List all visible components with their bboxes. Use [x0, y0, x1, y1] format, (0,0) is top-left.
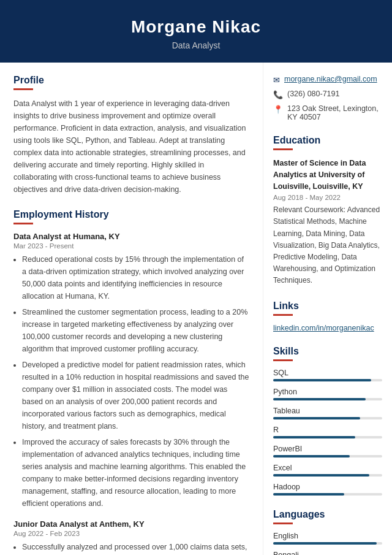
bullet-item: Improved the accuracy of sales forecasts… [22, 436, 249, 510]
edu-dates: Aug 2018 - May 2022 [273, 194, 382, 201]
employment-divider [13, 223, 33, 224]
edu-degree: Master of Science in Data Analytics at U… [273, 158, 382, 192]
skill-name: PowerBI [273, 445, 382, 453]
skill-bar-bg [273, 417, 382, 419]
languages-divider [273, 522, 293, 524]
skill-bar-fill [273, 493, 344, 496]
skill-bar-fill [273, 398, 366, 400]
skill-bar-fill [273, 417, 360, 419]
left-column: Profile Data Analyst with 1 year of expe… [0, 63, 263, 555]
language-bar-fill [273, 542, 377, 545]
skill-item: SQL [273, 369, 382, 381]
skill-name: SQL [273, 369, 382, 377]
skills-container: SQLPythonTableauRPowerBIExcelHadoop [273, 369, 382, 496]
skill-bar-fill [273, 474, 369, 477]
contact-section: ✉ morgane.nikac@gmail.com 📞 (326) 080-71… [273, 75, 382, 121]
edu-coursework: Relevant Coursework: Advanced Statistica… [273, 204, 382, 286]
profile-text: Data Analyst with 1 year of experience i… [13, 98, 249, 196]
skill-name: R [273, 426, 382, 434]
job-title: Junior Data Analyst at Anthem, KY [13, 519, 249, 529]
job-dates: Aug 2022 - Feb 2023 [13, 530, 249, 537]
skill-bar-fill [273, 436, 355, 438]
education-title: Education [273, 135, 382, 146]
skill-bar-fill [273, 455, 350, 457]
languages-section: Languages EnglishBengali [273, 509, 382, 555]
address-value: 123 Oak Street, Lexington, KY 40507 [287, 104, 382, 121]
job-dates: Mar 2023 - Present [13, 242, 249, 250]
bullet-item: Developed a predictive model for patient… [22, 359, 249, 432]
skill-bar-bg [273, 493, 382, 496]
skill-item: R [273, 426, 382, 438]
profile-title: Profile [13, 75, 249, 86]
job-title: Data Analyst at Humana, KY [13, 232, 249, 241]
skill-item: Excel [273, 464, 382, 477]
email-icon: ✉ [273, 75, 280, 85]
linkedin-link[interactable]: linkedin.com/in/morganenikac [273, 324, 374, 332]
job-bullets: Reduced operational costs by 15% through… [13, 253, 249, 510]
links-section: Links linkedin.com/in/morganenikac [273, 300, 382, 332]
language-item: English [273, 532, 382, 545]
links-title: Links [273, 300, 382, 312]
skill-bar-bg [273, 398, 382, 400]
bullet-item: Successfully analyzed and processed over… [22, 541, 249, 555]
skill-name: Hadoop [273, 483, 382, 491]
skill-item: Hadoop [273, 483, 382, 496]
skill-bar-bg [273, 379, 382, 381]
bullet-item: Streamlined the customer segmentation pr… [22, 306, 249, 355]
skill-item: Tableau [273, 407, 382, 419]
contact-phone-item: 📞 (326) 080-7191 [273, 90, 382, 99]
skill-bar-bg [273, 436, 382, 438]
skill-bar-bg [273, 474, 382, 477]
skill-bar-bg [273, 455, 382, 457]
employment-title: Employment History [13, 209, 249, 220]
languages-container: EnglishBengali [273, 532, 382, 555]
skill-item: Python [273, 388, 382, 400]
candidate-name: Morgane Nikac [12, 17, 380, 37]
resume-header: Morgane Nikac Data Analyst [0, 0, 392, 63]
skill-name: Tableau [273, 407, 382, 415]
language-bar-bg [273, 542, 382, 545]
skills-section: Skills SQLPythonTableauRPowerBIExcelHado… [273, 346, 382, 496]
bullet-item: Reduced operational costs by 15% through… [22, 253, 249, 302]
language-name: Bengali [273, 551, 382, 555]
job-item: Data Analyst at Humana, KYMar 2023 - Pre… [13, 232, 249, 510]
skill-item: PowerBI [273, 445, 382, 457]
links-divider [273, 314, 293, 316]
candidate-title: Data Analyst [12, 40, 380, 50]
job-item: Junior Data Analyst at Anthem, KYAug 202… [13, 519, 249, 555]
language-name: English [273, 532, 382, 540]
phone-value: (326) 080-7191 [287, 90, 339, 98]
right-column: ✉ morgane.nikac@gmail.com 📞 (326) 080-71… [263, 63, 392, 555]
profile-divider [13, 88, 33, 90]
coursework-label: Relevant Coursework: [273, 205, 345, 214]
skill-name: Excel [273, 464, 382, 472]
main-layout: Profile Data Analyst with 1 year of expe… [0, 63, 392, 555]
languages-title: Languages [273, 509, 382, 520]
contact-email-item: ✉ morgane.nikac@gmail.com [273, 75, 382, 85]
skills-divider [273, 359, 293, 361]
coursework-text: Advanced Statistical Methods, Machine Le… [273, 205, 380, 285]
skill-bar-fill [273, 379, 371, 381]
phone-icon: 📞 [273, 90, 283, 99]
location-icon: 📍 [273, 105, 283, 114]
language-item: Bengali [273, 551, 382, 555]
email-value[interactable]: morgane.nikac@gmail.com [284, 75, 377, 83]
education-section: Education Master of Science in Data Anal… [273, 135, 382, 287]
contact-address-item: 📍 123 Oak Street, Lexington, KY 40507 [273, 104, 382, 121]
profile-section: Profile Data Analyst with 1 year of expe… [13, 75, 249, 196]
education-divider [273, 148, 293, 150]
skill-name: Python [273, 388, 382, 396]
job-bullets: Successfully analyzed and processed over… [13, 541, 249, 555]
employment-section: Employment History Data Analyst at Human… [13, 209, 249, 555]
jobs-container: Data Analyst at Humana, KYMar 2023 - Pre… [13, 232, 249, 555]
skills-title: Skills [273, 346, 382, 357]
